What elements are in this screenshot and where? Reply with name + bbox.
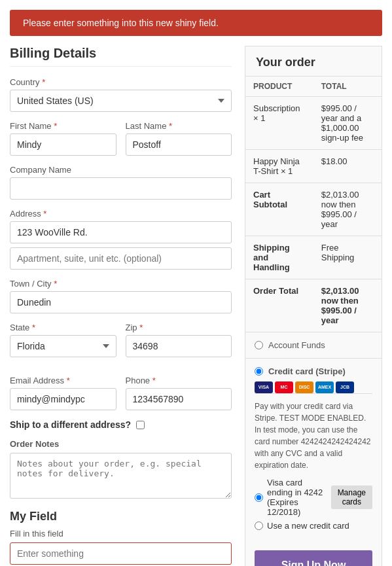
col-product: PRODUCT	[245, 77, 313, 97]
total-cell: Free Shipping	[313, 236, 382, 279]
account-funds-radio[interactable]	[255, 341, 263, 349]
my-field-title: My Field	[10, 510, 232, 523]
ship-different-row: Ship to a different address?	[10, 419, 232, 430]
order-notes-label: Order Notes	[10, 439, 232, 449]
product-cell: Cart Subtotal	[245, 183, 313, 236]
card-icons: VISA MC DISC AMEX JCB	[255, 381, 372, 393]
total-cell: $18.00	[313, 150, 382, 183]
product-cell: Order Total	[245, 279, 313, 332]
city-label: Town / City *	[10, 279, 232, 289]
address-field: Address *	[10, 209, 232, 270]
order-row-total: Order Total $2,013.00 now then $995.00 /…	[245, 279, 382, 332]
order-row-shipping: Shipping and Handling Free Shipping	[245, 236, 382, 279]
error-text: Please enter something into this new shi…	[23, 18, 219, 28]
email-input[interactable]	[10, 388, 116, 410]
product-cell: Shipping and Handling	[245, 236, 313, 279]
address2-input[interactable]	[10, 247, 232, 270]
visa-ending-row: Visa card ending in 4242 (Expires 12/201…	[255, 478, 372, 517]
total-cell: $2,013.00 now then $995.00 / year	[313, 183, 382, 236]
ship-different-label: Ship to a different address?	[10, 419, 131, 430]
state-select[interactable]: Florida California New York	[10, 335, 116, 357]
product-cell: Happy Ninja T-Shirt × 1	[245, 150, 313, 183]
visa-ending-radio[interactable]	[255, 493, 263, 502]
order-table: PRODUCT TOTAL Subscription × 1 $995.00 /…	[245, 77, 382, 332]
country-label: Country *	[10, 77, 232, 87]
country-select[interactable]: United States (US) Canada United Kingdom	[10, 90, 232, 112]
visa-ending-label: Visa card ending in 4242 (Expires 12/201…	[267, 478, 325, 517]
discover-icon: DISC	[295, 381, 313, 393]
last-name-input[interactable]	[126, 133, 232, 156]
order-title: Your order	[245, 46, 382, 77]
my-field-section: My Field Fill in this field something	[10, 510, 232, 566]
phone-field: Phone *	[126, 376, 232, 410]
state-field: State * Florida California New York	[10, 323, 116, 357]
mastercard-icon: MC	[275, 381, 293, 393]
credit-card-section: Credit card (Stripe) VISA MC DISC AMEX J…	[245, 358, 382, 542]
account-funds-row: Account Funds	[245, 332, 382, 358]
phone-label: Phone *	[126, 376, 232, 385]
first-name-input[interactable]	[10, 133, 116, 156]
amex-icon: AMEX	[315, 381, 334, 393]
account-funds-label[interactable]: Account Funds	[268, 340, 325, 350]
billing-section: Billing Details Country * United States …	[10, 46, 232, 566]
last-name-field: Last Name *	[126, 121, 232, 156]
city-field: Town / City *	[10, 279, 232, 313]
zip-field: Zip *	[126, 323, 232, 357]
stripe-info: Pay with your credit card via Stripe. TE…	[255, 393, 372, 471]
credit-card-radio[interactable]	[255, 367, 263, 376]
order-row-subtotal: Cart Subtotal $2,013.00 now then $995.00…	[245, 183, 382, 236]
company-input[interactable]	[10, 177, 232, 200]
company-field: Company Name	[10, 165, 232, 200]
first-name-field: First Name *	[10, 121, 116, 156]
email-field: Email Address *	[10, 376, 116, 410]
jcb-icon: JCB	[336, 381, 354, 393]
order-notes-input[interactable]	[10, 453, 232, 499]
product-cell: Subscription × 1	[245, 97, 313, 150]
billing-title: Billing Details	[10, 46, 232, 67]
order-panel: Your order PRODUCT TOTAL Subscription × …	[245, 46, 382, 566]
address-label: Address *	[10, 209, 232, 219]
phone-input[interactable]	[126, 388, 232, 410]
total-cell: $2,013.00 now then $995.00 / year	[313, 279, 382, 332]
city-input[interactable]	[10, 291, 232, 313]
new-card-row: Use a new credit card	[255, 521, 372, 531]
fill-label: Fill in this field	[10, 529, 232, 539]
state-label: State *	[10, 323, 116, 332]
order-row-tshirt: Happy Ninja T-Shirt × 1 $18.00	[245, 150, 382, 183]
visa-icon: VISA	[255, 381, 273, 393]
address-input[interactable]	[10, 221, 232, 243]
total-cell: $995.00 / year and a $1,000.00 sign-up f…	[313, 97, 382, 150]
order-row-subscription: Subscription × 1 $995.00 / year and a $1…	[245, 97, 382, 150]
zip-label: Zip *	[126, 323, 232, 332]
new-card-label: Use a new credit card	[267, 521, 349, 531]
new-card-radio[interactable]	[255, 522, 263, 530]
error-banner: Please enter something into this new shi…	[10, 10, 382, 36]
order-notes-field: Order Notes	[10, 439, 232, 501]
col-total: TOTAL	[313, 77, 382, 97]
company-label: Company Name	[10, 165, 232, 175]
last-name-label: Last Name *	[126, 121, 232, 131]
email-label: Email Address *	[10, 376, 116, 385]
manage-cards-button[interactable]: Manage cards	[331, 486, 372, 509]
country-field: Country * United States (US) Canada Unit…	[10, 77, 232, 112]
first-name-label: First Name *	[10, 121, 116, 131]
my-field-input[interactable]	[10, 542, 232, 565]
zip-input[interactable]	[126, 335, 232, 357]
credit-card-label[interactable]: Credit card (Stripe)	[268, 366, 346, 376]
signup-button[interactable]: Sign Up Now	[255, 550, 372, 566]
ship-different-checkbox[interactable]	[136, 421, 145, 429]
